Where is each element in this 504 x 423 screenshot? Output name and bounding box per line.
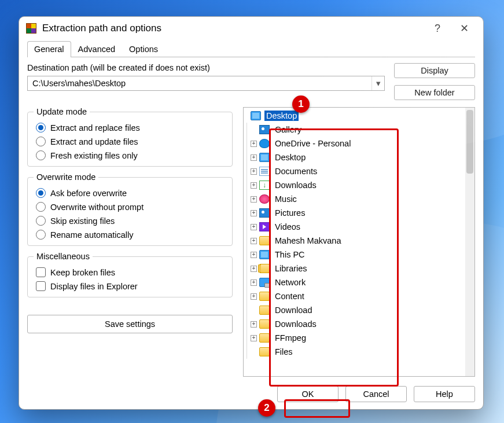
- expand-icon[interactable]: +: [251, 279, 257, 286]
- dialog-window: Extraction path and options ? ✕ General …: [19, 16, 484, 410]
- radio-icon: [36, 216, 46, 226]
- overwrite-ask[interactable]: Ask before overwrite: [36, 188, 226, 198]
- tree-node-label: Content: [273, 291, 306, 301]
- chevron-down-icon[interactable]: ▾: [371, 76, 384, 90]
- radio-icon: [36, 123, 46, 133]
- tree-node[interactable]: +Mahesh Makvana: [244, 234, 465, 248]
- tree-node[interactable]: +Libraries: [244, 262, 465, 275]
- expand-icon[interactable]: +: [251, 266, 257, 272]
- expand-icon[interactable]: +: [251, 293, 257, 300]
- expand-icon[interactable]: +: [251, 196, 257, 203]
- tree-node[interactable]: +Documents: [244, 164, 465, 178]
- tree-node-label: Downloads: [273, 180, 318, 190]
- display-button[interactable]: Display: [394, 63, 475, 78]
- client-area: General Advanced Options Destination pat…: [19, 40, 483, 409]
- misc-group: Miscellaneous Keep broken files Display …: [27, 252, 233, 297]
- overwrite-rename[interactable]: Rename automatically: [36, 230, 226, 240]
- tree-node-label: Videos: [273, 222, 302, 232]
- ok-button[interactable]: OK: [277, 386, 339, 402]
- radio-icon: [36, 202, 46, 212]
- music-icon: [259, 194, 270, 204]
- update-extract-update[interactable]: Extract and update files: [36, 137, 226, 146]
- tab-strip: General Advanced Options: [27, 41, 475, 57]
- tree-node-label: Files: [273, 347, 295, 357]
- folder-icon: [259, 236, 270, 245]
- tree-node[interactable]: +Downloads: [244, 317, 465, 331]
- expand-icon: [251, 127, 257, 133]
- tree-node[interactable]: Gallery: [244, 123, 465, 137]
- tree-node[interactable]: +Pictures: [244, 206, 465, 220]
- help-button-footer[interactable]: Help: [414, 386, 475, 402]
- tree-node[interactable]: +Downloads: [244, 178, 465, 192]
- tab-advanced[interactable]: Advanced: [71, 41, 123, 57]
- scrollbar-thumb[interactable]: [466, 110, 473, 174]
- destination-label: Destination path (will be created if doe…: [27, 63, 385, 72]
- tree-node[interactable]: +Desktop: [244, 150, 465, 164]
- tree-node-label: Network: [273, 277, 307, 288]
- tree-node-label: OneDrive - Personal: [273, 138, 352, 149]
- overwrite-skip[interactable]: Skip existing files: [36, 216, 226, 226]
- tree-node[interactable]: +This PC: [244, 248, 465, 262]
- vertical-scrollbar[interactable]: [465, 108, 474, 376]
- update-extract-replace[interactable]: Extract and replace files: [36, 123, 226, 133]
- radio-icon: [36, 137, 46, 146]
- folder-icon: [259, 292, 270, 301]
- tree-node[interactable]: +Music: [244, 192, 465, 206]
- folder-tree-pane: DesktopGallery+OneDrive - Personal+Deskt…: [243, 107, 475, 377]
- tree-node[interactable]: +Network: [244, 275, 465, 289]
- photo-icon: [259, 208, 270, 218]
- expand-icon: [251, 307, 257, 314]
- winrar-icon: [26, 23, 36, 34]
- tree-node-label: Desktop: [264, 111, 299, 121]
- docs-icon: [259, 167, 270, 176]
- radio-icon: [36, 150, 46, 160]
- expand-icon[interactable]: +: [251, 168, 257, 175]
- expand-icon[interactable]: +: [251, 141, 257, 147]
- expand-icon[interactable]: +: [251, 182, 257, 189]
- monitor-icon: [259, 153, 270, 162]
- tab-general[interactable]: General: [27, 41, 71, 57]
- cloud-icon: [259, 139, 270, 148]
- tree-node[interactable]: Download: [244, 303, 465, 317]
- monitor-icon: [251, 111, 261, 120]
- tree-node-label: Pictures: [273, 208, 307, 218]
- tree-node[interactable]: +Videos: [244, 220, 465, 234]
- expand-icon[interactable]: +: [251, 335, 257, 341]
- titlebar: Extraction path and options ? ✕: [19, 17, 483, 40]
- cancel-button[interactable]: Cancel: [345, 386, 407, 402]
- new-folder-button[interactable]: New folder: [394, 85, 475, 100]
- destination-input[interactable]: [28, 76, 371, 90]
- save-settings-button[interactable]: Save settings: [27, 315, 233, 333]
- folder-icon: [259, 333, 270, 343]
- expand-icon[interactable]: +: [251, 238, 257, 244]
- help-button[interactable]: ?: [424, 23, 451, 35]
- expand-icon[interactable]: +: [251, 224, 257, 230]
- library-icon: [259, 264, 270, 273]
- network-icon: [259, 278, 270, 287]
- checkbox-icon: [36, 281, 46, 291]
- window-title: Extraction path and options: [42, 23, 424, 34]
- expand-icon[interactable]: +: [251, 155, 257, 161]
- misc-keep-broken[interactable]: Keep broken files: [36, 267, 226, 277]
- tree-node[interactable]: Desktop: [244, 109, 465, 123]
- monitor-icon: [259, 250, 270, 259]
- overwrite-without-prompt[interactable]: Overwrite without prompt: [36, 202, 226, 212]
- tree-node[interactable]: +OneDrive - Personal: [244, 137, 465, 150]
- update-fresh-only[interactable]: Fresh existing files only: [36, 150, 226, 160]
- tree-node[interactable]: Files: [244, 345, 465, 359]
- misc-display-explorer[interactable]: Display files in Explorer: [36, 281, 226, 291]
- tree-node[interactable]: +FFmpeg: [244, 331, 465, 345]
- tree-node-label: FFmpeg: [273, 333, 308, 343]
- overwrite-mode-legend: Overwrite mode: [34, 172, 98, 182]
- close-button[interactable]: ✕: [451, 22, 477, 35]
- radio-icon: [36, 230, 46, 240]
- update-mode-legend: Update mode: [34, 107, 90, 116]
- tree-node[interactable]: +Content: [244, 289, 465, 303]
- expand-icon[interactable]: +: [251, 210, 257, 216]
- folder-tree[interactable]: DesktopGallery+OneDrive - Personal+Deskt…: [244, 108, 465, 376]
- tab-options[interactable]: Options: [122, 41, 165, 57]
- expand-icon[interactable]: +: [251, 321, 257, 328]
- tree-node-label: Download: [273, 305, 314, 315]
- destination-combo[interactable]: ▾: [27, 76, 385, 91]
- expand-icon[interactable]: +: [251, 252, 257, 258]
